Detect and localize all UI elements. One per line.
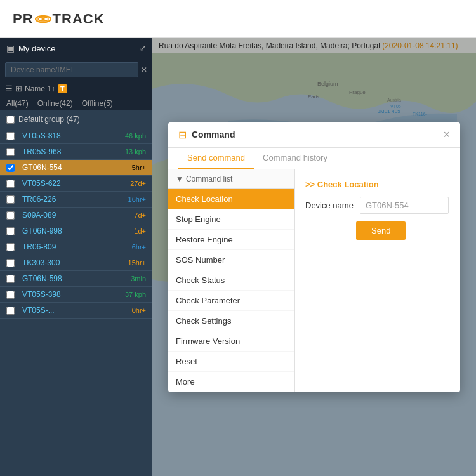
device-status-2: 5hr+	[132, 164, 146, 171]
svg-point-2	[41, 17, 44, 20]
device-checkbox-10[interactable]	[6, 291, 15, 299]
device-status-9: 3min	[131, 275, 146, 282]
device-checkbox-6[interactable]	[6, 227, 15, 235]
device-checkbox-11[interactable]	[6, 307, 15, 315]
command-right-panel: >> Check Location Device name Send	[295, 169, 460, 392]
device-status-6: 1d+	[134, 227, 146, 235]
modal-title-row: ⊟ Command	[178, 129, 235, 141]
group-checkbox[interactable]	[6, 116, 15, 124]
command-items-container: Check LocationStop EngineRestore EngineS…	[168, 189, 294, 392]
device-checkbox-8[interactable]	[6, 259, 15, 267]
command-item-6[interactable]: Check Settings	[168, 311, 294, 331]
device-row[interactable]: S09A-089 7d+	[0, 208, 152, 223]
sort-button[interactable]: Name 1↑	[25, 84, 55, 93]
logo-icon	[35, 13, 51, 25]
device-status-5: 7d+	[134, 211, 146, 219]
command-item-9[interactable]: More	[168, 372, 294, 392]
search-clear-icon[interactable]: ✕	[141, 65, 147, 74]
device-list: Default group (47) VT05S-818 46 kph TR05…	[0, 111, 152, 476]
device-row[interactable]: TR05S-968 13 kph	[0, 144, 152, 160]
group-row: Default group (47)	[0, 111, 152, 128]
check-location-link[interactable]: >> Check Location	[305, 180, 450, 189]
device-status-10: 37 kph	[125, 291, 146, 298]
device-name-6: GT06N-998	[22, 227, 62, 235]
main-container: ▣ My device ⤢ ✕ ☰ ⊞ Name 1↑ T All(47) On…	[0, 38, 476, 476]
device-status-4: 16hr+	[128, 195, 146, 203]
top-bar: PR TRACK	[0, 0, 476, 38]
device-row[interactable]: TK303-300 15hr+	[0, 255, 152, 271]
device-row[interactable]: TR06-226 16hr+	[0, 192, 152, 208]
device-status-3: 27d+	[130, 180, 146, 187]
expand-icon[interactable]: ⤢	[140, 44, 146, 53]
device-checkbox-3[interactable]	[6, 180, 15, 188]
device-status-8: 15hr+	[128, 259, 146, 267]
device-checkbox-2[interactable]	[6, 164, 15, 172]
command-list-header: ▼ Command list	[168, 169, 294, 189]
send-button[interactable]: Send	[356, 221, 406, 240]
command-item-4[interactable]: Check Status	[168, 270, 294, 291]
modal-command-icon: ⊟	[178, 129, 187, 141]
device-name-input[interactable]	[360, 197, 449, 214]
device-checkbox-1[interactable]	[6, 148, 15, 156]
grid-view-icon[interactable]: ⊞	[15, 84, 22, 93]
modal-body: ▼ Command list Check LocationStop Engine…	[168, 169, 460, 392]
modal-close-button[interactable]: ×	[443, 129, 450, 140]
device-row[interactable]: VT05S-398 37 kph	[0, 287, 152, 303]
command-item-2[interactable]: Restore Engine	[168, 230, 294, 250]
device-status-1: 13 kph	[125, 148, 146, 155]
device-name-2: GT06N-554	[22, 163, 62, 172]
sidebar: ▣ My device ⤢ ✕ ☰ ⊞ Name 1↑ T All(47) On…	[0, 38, 152, 476]
tab-all[interactable]: All(47)	[5, 96, 30, 110]
device-checkbox-7[interactable]	[6, 243, 15, 251]
device-row[interactable]: GT06N-598 3min	[0, 271, 152, 287]
search-bar: ✕	[0, 58, 152, 81]
list-view-icon[interactable]: ☰	[5, 84, 13, 93]
device-row[interactable]: VT05S-... 0hr+	[0, 303, 152, 319]
tab-send-command[interactable]: Send command	[178, 148, 254, 169]
device-checkbox-4[interactable]	[6, 195, 15, 204]
tab-online[interactable]: Online(42)	[36, 96, 74, 110]
sidebar-header-title: My device	[18, 44, 56, 53]
command-list-label: Command list	[186, 175, 232, 183]
command-item-1[interactable]: Stop Engine	[168, 209, 294, 230]
device-status-0: 46 kph	[125, 132, 146, 140]
command-item-3[interactable]: SOS Number	[168, 250, 294, 270]
device-name-9: GT06N-598	[22, 274, 62, 283]
device-name-11: VT05S-...	[22, 306, 55, 315]
device-checkbox-0[interactable]	[6, 132, 15, 140]
device-row[interactable]: VT05S-622 27d+	[0, 176, 152, 192]
device-name-label: Device name	[305, 201, 354, 210]
device-name-0: VT05S-818	[22, 131, 61, 140]
device-row[interactable]: VT05S-818 46 kph	[0, 128, 152, 144]
group-label: Default group (47)	[18, 115, 80, 124]
command-item-0[interactable]: Check Location	[168, 189, 294, 209]
device-tabs: All(47) Online(42) Offline(5)	[0, 96, 152, 111]
t-badge: T	[58, 84, 67, 93]
device-name-7: TR06-809	[22, 242, 56, 251]
command-item-5[interactable]: Check Parameter	[168, 291, 294, 311]
device-name-5: S09A-089	[22, 211, 56, 220]
collapse-icon[interactable]: ▼	[176, 175, 183, 183]
device-checkbox-5[interactable]	[6, 211, 15, 220]
modal-overlay: ⊟ Command × Send command Command history…	[152, 38, 476, 476]
sort-label: Name 1↑	[25, 84, 55, 93]
device-row[interactable]: GT06N-998 1d+	[0, 223, 152, 239]
device-name-4: TR06-226	[22, 195, 56, 204]
search-input[interactable]	[5, 62, 138, 77]
logo-text-after: TRACK	[53, 11, 105, 27]
modal-title: Command	[192, 129, 235, 140]
logo-text-before: PR	[13, 11, 34, 27]
device-name-10: VT05S-398	[22, 290, 61, 299]
command-item-7[interactable]: Firmware Version	[168, 331, 294, 352]
device-checkbox-9[interactable]	[6, 275, 15, 283]
command-item-8[interactable]: Reset	[168, 352, 294, 372]
device-row[interactable]: GT06N-554 5hr+	[0, 160, 152, 176]
modal-tabs: Send command Command history	[168, 148, 460, 169]
map-area: Rua do Aspirante Mota Freitas, Madeira I…	[152, 38, 476, 476]
tab-command-history[interactable]: Command history	[254, 148, 336, 169]
device-row[interactable]: TR06-809 6hr+	[0, 239, 152, 255]
logo: PR TRACK	[13, 11, 105, 27]
modal-header: ⊟ Command ×	[168, 122, 460, 148]
tab-offline[interactable]: Offline(5)	[81, 96, 114, 110]
device-name-3: VT05S-622	[22, 179, 61, 188]
